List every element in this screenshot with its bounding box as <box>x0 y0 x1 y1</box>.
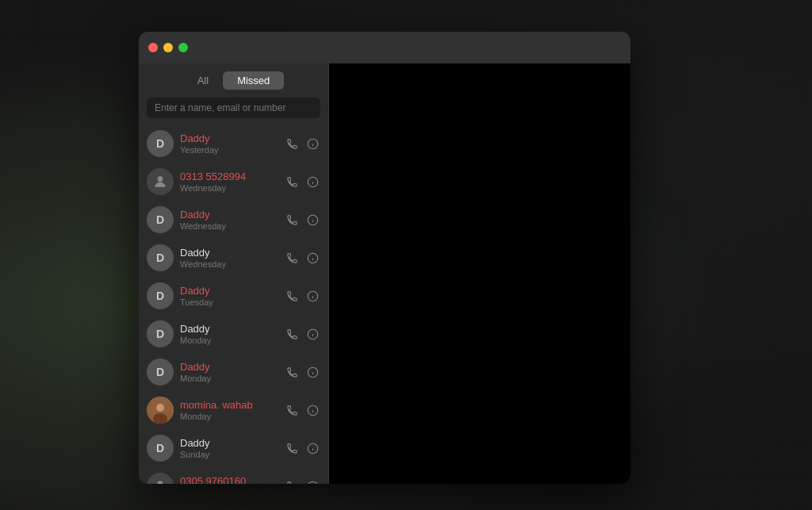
close-button[interactable] <box>148 43 158 52</box>
title-bar <box>139 32 630 63</box>
call-name: Daddy <box>180 132 278 144</box>
info-icon[interactable] <box>304 402 320 418</box>
right-panel <box>329 63 630 484</box>
tab-all[interactable]: All <box>183 71 223 90</box>
avatar <box>147 473 174 484</box>
call-actions <box>284 288 320 304</box>
traffic-lights <box>148 43 188 52</box>
call-item[interactable]: D Daddy Monday <box>139 315 328 353</box>
avatar: D <box>147 206 174 233</box>
info-icon[interactable] <box>304 326 320 342</box>
phone-icon[interactable] <box>284 250 300 266</box>
call-info: Daddy Monday <box>180 323 278 345</box>
call-name: Daddy <box>180 247 278 259</box>
call-item[interactable]: D Daddy Sunday <box>139 429 328 467</box>
search-bar <box>139 98 328 125</box>
call-info: Daddy Sunday <box>180 437 278 459</box>
call-name: Daddy <box>180 323 278 335</box>
call-item[interactable]: D Daddy Yesterday <box>139 125 328 163</box>
avatar: D <box>147 359 174 385</box>
call-time: Wednesday <box>180 259 278 269</box>
call-item[interactable]: momina. wahab Monday <box>139 391 328 429</box>
left-panel: All Missed D Daddy Yesterday <box>139 63 329 484</box>
call-item[interactable]: D Daddy Monday <box>139 353 328 391</box>
call-time: Monday <box>180 336 278 345</box>
call-info: Daddy Tuesday <box>180 285 278 307</box>
info-icon[interactable] <box>304 364 320 380</box>
phone-icon[interactable] <box>284 174 300 190</box>
phone-icon[interactable] <box>284 326 300 342</box>
info-icon[interactable] <box>304 288 320 304</box>
call-time: Wednesday <box>180 183 278 193</box>
call-actions <box>284 326 320 342</box>
tab-missed[interactable]: Missed <box>223 71 284 90</box>
call-actions <box>284 174 320 190</box>
call-info: Daddy Yesterday <box>180 132 278 155</box>
avatar: D <box>147 130 174 157</box>
avatar <box>147 397 174 424</box>
call-actions <box>284 440 320 456</box>
call-time: Wednesday <box>180 221 278 231</box>
call-actions <box>284 478 320 484</box>
call-list: D Daddy Yesterday <box>139 125 328 484</box>
phone-icon[interactable] <box>284 288 300 304</box>
call-info: Daddy Wednesday <box>180 247 278 269</box>
call-info: 0313 5528994 Wednesday <box>180 171 278 193</box>
avatar: D <box>147 320 174 347</box>
svg-point-32 <box>308 481 318 484</box>
phone-icon[interactable] <box>284 136 300 151</box>
call-actions <box>284 364 320 380</box>
call-name: Daddy <box>180 361 278 373</box>
phone-icon[interactable] <box>284 402 300 418</box>
info-icon[interactable] <box>304 174 320 190</box>
call-item[interactable]: D Daddy Wednesday <box>139 201 328 239</box>
facetime-window: All Missed D Daddy Yesterday <box>139 32 630 484</box>
info-icon[interactable] <box>304 212 320 228</box>
info-icon[interactable] <box>304 478 320 484</box>
svg-point-3 <box>158 176 163 182</box>
tab-bar: All Missed <box>139 63 328 98</box>
call-info: Daddy Monday <box>180 361 278 383</box>
phone-icon[interactable] <box>284 478 300 484</box>
avatar: D <box>147 244 174 271</box>
call-name: 0313 5528994 <box>180 171 278 182</box>
avatar: D <box>147 282 174 309</box>
info-icon[interactable] <box>304 440 320 456</box>
info-icon[interactable] <box>304 250 320 266</box>
call-item[interactable]: D Daddy Tuesday <box>139 277 328 315</box>
call-item[interactable]: 0305 9760160 21/08/2021 <box>139 467 328 484</box>
phone-icon[interactable] <box>284 212 300 228</box>
call-info: momina. wahab Monday <box>180 399 278 421</box>
call-actions <box>284 212 320 228</box>
call-time: Monday <box>180 374 278 383</box>
call-actions <box>284 250 320 266</box>
maximize-button[interactable] <box>178 43 188 52</box>
call-name: Daddy <box>180 437 278 449</box>
call-item[interactable]: 0313 5528994 Wednesday <box>139 163 328 201</box>
phone-icon[interactable] <box>284 364 300 380</box>
phone-icon[interactable] <box>284 440 300 456</box>
call-name: 0305 9760160 <box>180 475 278 484</box>
call-time: Monday <box>180 412 278 421</box>
call-actions <box>284 402 320 418</box>
svg-point-23 <box>156 404 164 412</box>
video-area <box>329 63 630 484</box>
main-content: All Missed D Daddy Yesterday <box>139 63 630 484</box>
call-info: 0305 9760160 21/08/2021 <box>180 475 278 484</box>
search-input[interactable] <box>147 98 320 118</box>
call-time: Sunday <box>180 450 278 459</box>
svg-point-31 <box>158 481 163 484</box>
call-time: Tuesday <box>180 297 278 307</box>
minimize-button[interactable] <box>163 43 173 52</box>
call-name: Daddy <box>180 209 278 220</box>
call-name: momina. wahab <box>180 399 278 411</box>
info-icon[interactable] <box>304 136 320 151</box>
call-item[interactable]: D Daddy Wednesday <box>139 239 328 277</box>
call-time: Yesterday <box>180 145 278 155</box>
avatar <box>147 168 174 195</box>
call-info: Daddy Wednesday <box>180 209 278 231</box>
call-actions <box>284 136 320 151</box>
avatar: D <box>147 435 174 462</box>
call-name: Daddy <box>180 285 278 297</box>
